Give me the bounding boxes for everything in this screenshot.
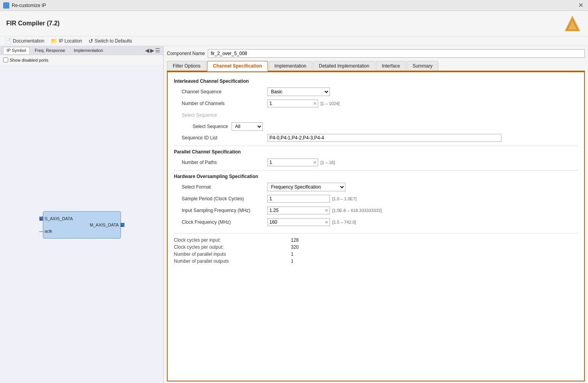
number-parallel-outputs-value: 1 <box>291 258 294 264</box>
clock-cycles-per-input-label: Clock cycles per input: <box>174 237 291 243</box>
channel-sequence-row: Channel Sequence Basic <box>174 87 578 96</box>
m-axis-data-connector[interactable]: + <box>120 223 124 227</box>
switch-label: Switch to Defaults <box>95 38 132 44</box>
number-parallel-inputs-value: 1 <box>291 251 294 257</box>
app-header: FIR Compiler (7.2) <box>0 11 588 36</box>
left-panel: IP Symbol Freq. Response Implementation … <box>0 46 164 383</box>
hardware-section: Hardware Oversampling Specification Sele… <box>174 174 578 227</box>
s-axis-data-port[interactable]: + S_AXIS_DATA <box>39 216 110 221</box>
select-format-select[interactable]: Frequency Specification Sample Period <box>267 183 345 191</box>
clock-cycles-per-input-value: 128 <box>291 237 299 243</box>
aclk-label: aclk <box>45 229 53 233</box>
sequence-id-list-input[interactable] <box>267 134 501 142</box>
sample-period-range: [1.0 – 1.0E7] <box>332 196 356 201</box>
number-parallel-inputs-label: Number of parallel inputs <box>174 251 291 257</box>
documentation-icon: 📄 <box>5 38 11 44</box>
s-axis-data-label: S_AXIS_DATA <box>45 216 73 221</box>
tab-implementation-left[interactable]: Implementation <box>70 47 106 54</box>
stats-section: Clock cycles per input: 128 Clock cycles… <box>174 233 578 264</box>
component-name-label: Component Name <box>167 51 205 56</box>
clock-frequency-label: Clock Frequency (MHz) <box>174 219 267 225</box>
input-sampling-freq-clear[interactable]: ✕ <box>324 208 329 213</box>
title-bar-text: Re-customize IP <box>12 3 46 8</box>
tabs-bar: Filter Options Channel Specification Imp… <box>167 61 585 71</box>
number-of-paths-label: Number of Paths <box>174 160 267 165</box>
channel-sequence-select[interactable]: Basic <box>267 87 330 96</box>
select-sequence-sub-row: Select Sequence All <box>174 122 578 131</box>
ip-location-icon: 📁 <box>51 38 57 44</box>
interleaved-section-title: Interleaved Channel Specification <box>174 78 578 84</box>
tab-channel-specification[interactable]: Channel Specification <box>207 61 267 71</box>
left-panel-header: IP Symbol Freq. Response Implementation … <box>0 46 163 55</box>
number-of-channels-label: Number of Channels <box>174 101 267 106</box>
select-sequence-header-row: Select Sequence <box>174 110 578 120</box>
ip-symbol-canvas: + S_AXIS_DATA M_AXIS_DATA + — aclk <box>0 65 163 383</box>
number-of-paths-input[interactable] <box>267 159 318 166</box>
ip-block: + S_AXIS_DATA M_AXIS_DATA + — aclk <box>43 211 121 239</box>
right-panel: Component Name Filter Options Channel Sp… <box>164 46 588 383</box>
tab-filter-options[interactable]: Filter Options <box>167 61 206 71</box>
m-axis-data-port[interactable]: M_AXIS_DATA + <box>53 223 124 227</box>
number-parallel-outputs-label: Number of parallel outputs <box>174 258 291 264</box>
select-sequence-select[interactable]: All <box>232 122 263 131</box>
title-bar: Re-customize IP ✕ <box>0 0 588 11</box>
number-of-channels-row: Number of Channels ✕ [1 – 1024] <box>174 99 578 108</box>
select-format-label: Select Format <box>174 184 267 190</box>
show-disabled-label: Show disabled ports <box>10 58 48 62</box>
component-name-input[interactable] <box>208 49 585 58</box>
input-sampling-freq-row: Input Sampling Frequency (MHz) ✕ [1.0E-6… <box>174 206 578 215</box>
app-logo <box>563 14 582 33</box>
number-of-paths-range: [1 – 16] <box>321 160 335 165</box>
tab-freq-response[interactable]: Freq. Response <box>31 47 69 54</box>
tab-interface[interactable]: Interface <box>376 61 406 71</box>
clock-frequency-row: Clock Frequency (MHz) ✕ [1.5 – 742.0] <box>174 217 578 227</box>
documentation-label: Documentation <box>13 38 44 44</box>
sample-period-input[interactable] <box>267 195 330 203</box>
hardware-section-title: Hardware Oversampling Specification <box>174 174 578 179</box>
nav-menu-button[interactable]: ☰ <box>155 47 160 53</box>
input-sampling-freq-label: Input Sampling Frequency (MHz) <box>174 208 267 213</box>
input-sampling-freq-input[interactable] <box>267 207 330 214</box>
tab-content: Interleaved Channel Specification Channe… <box>167 71 585 381</box>
tab-detailed-implementation[interactable]: Detailed Implementation <box>313 61 375 71</box>
clock-cycles-per-output-label: Clock cycles per output: <box>174 244 291 250</box>
number-of-paths-clear[interactable]: ✕ <box>312 160 317 165</box>
number-of-channels-clear[interactable]: ✕ <box>312 101 317 106</box>
show-disabled-row: Show disabled ports <box>0 55 163 65</box>
nav-next-button[interactable]: ▶ <box>150 47 154 53</box>
tab-ip-symbol[interactable]: IP Symbol <box>3 47 30 54</box>
aclk-port[interactable]: — aclk <box>39 229 110 233</box>
tab-summary[interactable]: Summary <box>407 61 438 71</box>
clock-cycles-per-output-row: Clock cycles per output: 320 <box>174 244 578 250</box>
close-button[interactable]: ✕ <box>577 2 585 9</box>
select-format-row: Select Format Frequency Specification Sa… <box>174 182 578 192</box>
sequence-id-list-row: Sequence ID List <box>174 133 578 143</box>
sample-period-label: Sample Period (Clock Cycles) <box>174 196 267 201</box>
s-axis-data-connector[interactable]: + <box>39 217 43 221</box>
input-sampling-freq-range: [1.0E-6 – 618.333333333] <box>332 208 382 213</box>
parallel-section-title: Parallel Channel Specification <box>174 149 578 155</box>
channel-sequence-label: Channel Sequence <box>174 89 267 94</box>
tab-implementation[interactable]: Implementation <box>269 61 312 71</box>
documentation-button[interactable]: 📄 Documentation <box>5 38 44 44</box>
ip-location-label: IP Location <box>59 38 82 44</box>
number-of-paths-row: Number of Paths ✕ [1 – 16] <box>174 158 578 167</box>
switch-icon: ↺ <box>89 38 93 44</box>
switch-to-defaults-button[interactable]: ↺ Switch to Defaults <box>89 38 132 44</box>
app-title: FIR Compiler (7.2) <box>6 20 60 27</box>
component-name-row: Component Name <box>167 49 585 58</box>
number-of-channels-range: [1 – 1024] <box>321 101 340 106</box>
main-content: IP Symbol Freq. Response Implementation … <box>0 46 588 383</box>
select-sequence-sub-label: Select Sequence <box>193 124 232 129</box>
toolbar: 📄 Documentation 📁 IP Location ↺ Switch t… <box>0 36 588 46</box>
number-of-channels-input[interactable] <box>267 100 318 107</box>
clock-frequency-input[interactable] <box>267 218 330 226</box>
nav-prev-button[interactable]: ◀ <box>145 47 149 53</box>
app-icon <box>3 2 9 9</box>
clock-frequency-clear[interactable]: ✕ <box>324 220 329 225</box>
ip-location-button[interactable]: 📁 IP Location <box>51 38 82 44</box>
sample-period-row: Sample Period (Clock Cycles) [1.0 – 1.0E… <box>174 194 578 203</box>
show-disabled-checkbox[interactable] <box>3 57 8 62</box>
clock-frequency-range: [1.5 – 742.0] <box>332 220 356 224</box>
m-axis-data-label: M_AXIS_DATA <box>90 223 119 227</box>
